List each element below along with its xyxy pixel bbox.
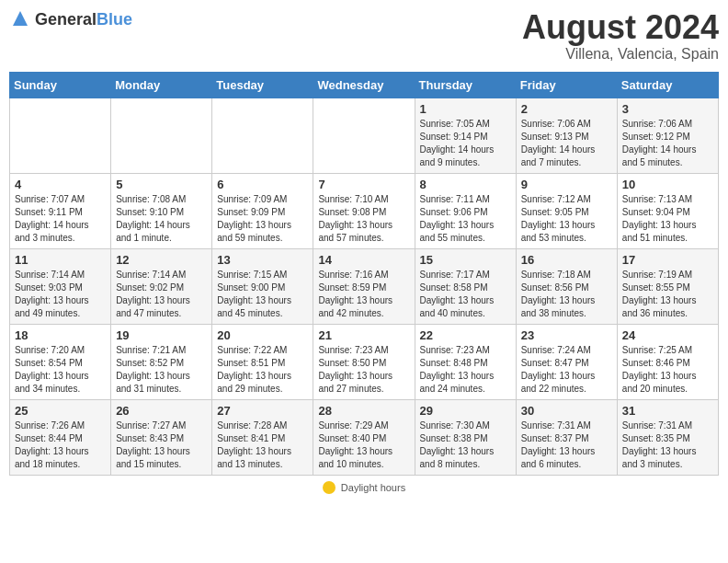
week-row-1: 4Sunrise: 7:07 AM Sunset: 9:11 PM Daylig… [10,173,719,248]
day-number: 31 [622,404,713,418]
day-info: Sunrise: 7:17 AM Sunset: 8:58 PM Dayligh… [420,269,511,320]
day-cell: 2Sunrise: 7:06 AM Sunset: 9:13 PM Daylig… [516,98,617,173]
day-number: 26 [116,404,207,418]
day-cell: 30Sunrise: 7:31 AM Sunset: 8:37 PM Dayli… [516,399,617,475]
day-number: 19 [116,328,207,342]
day-number: 28 [318,404,409,418]
page-header: GeneralBlue August 2024 Villena, Valenci… [9,9,719,63]
day-number: 9 [521,178,612,191]
day-info: Sunrise: 7:18 AM Sunset: 8:56 PM Dayligh… [521,269,612,320]
day-info: Sunrise: 7:23 AM Sunset: 8:50 PM Dayligh… [318,344,409,396]
day-number: 16 [521,253,612,267]
day-info: Sunrise: 7:24 AM Sunset: 8:47 PM Dayligh… [521,344,612,396]
week-row-0: 1Sunrise: 7:05 AM Sunset: 9:14 PM Daylig… [10,98,719,173]
legend-label: Daylight hours [341,482,405,493]
day-cell: 10Sunrise: 7:13 AM Sunset: 9:04 PM Dayli… [617,173,718,248]
day-info: Sunrise: 7:05 AM Sunset: 9:14 PM Dayligh… [420,118,511,169]
day-number: 14 [318,253,409,267]
day-info: Sunrise: 7:07 AM Sunset: 9:11 PM Dayligh… [15,193,106,245]
day-number: 12 [116,253,207,267]
day-header-saturday: Saturday [617,72,718,98]
day-cell: 4Sunrise: 7:07 AM Sunset: 9:11 PM Daylig… [10,173,111,248]
day-info: Sunrise: 7:20 AM Sunset: 8:54 PM Dayligh… [15,344,106,396]
day-cell: 25Sunrise: 7:26 AM Sunset: 8:44 PM Dayli… [10,399,111,475]
day-number: 29 [420,404,511,418]
day-info: Sunrise: 7:28 AM Sunset: 8:41 PM Dayligh… [217,419,308,471]
day-number: 1 [420,102,511,116]
day-info: Sunrise: 7:31 AM Sunset: 8:35 PM Dayligh… [622,419,713,471]
week-row-2: 11Sunrise: 7:14 AM Sunset: 9:03 PM Dayli… [10,248,719,324]
day-number: 5 [116,178,207,191]
day-cell: 9Sunrise: 7:12 AM Sunset: 9:05 PM Daylig… [516,173,617,248]
day-number: 18 [15,328,106,342]
day-info: Sunrise: 7:22 AM Sunset: 8:51 PM Dayligh… [217,344,308,396]
day-number: 17 [622,253,713,267]
day-header-friday: Friday [516,72,617,98]
day-header-sunday: Sunday [10,72,111,98]
day-info: Sunrise: 7:25 AM Sunset: 8:46 PM Dayligh… [622,344,713,396]
day-number: 24 [622,328,713,342]
day-number: 8 [420,178,511,191]
day-cell: 29Sunrise: 7:30 AM Sunset: 8:38 PM Dayli… [415,399,516,475]
day-number: 27 [217,404,308,418]
day-number: 25 [15,404,106,418]
day-cell: 31Sunrise: 7:31 AM Sunset: 8:35 PM Dayli… [617,399,718,475]
day-info: Sunrise: 7:08 AM Sunset: 9:10 PM Dayligh… [116,193,207,245]
day-cell: 13Sunrise: 7:15 AM Sunset: 9:00 PM Dayli… [212,248,313,324]
week-row-3: 18Sunrise: 7:20 AM Sunset: 8:54 PM Dayli… [10,324,719,399]
day-info: Sunrise: 7:16 AM Sunset: 8:59 PM Dayligh… [318,269,409,320]
day-number: 11 [15,253,106,267]
day-cell [212,98,313,173]
logo-icon [9,9,31,31]
day-cell: 7Sunrise: 7:10 AM Sunset: 9:08 PM Daylig… [313,173,415,248]
day-cell: 8Sunrise: 7:11 AM Sunset: 9:06 PM Daylig… [415,173,516,248]
day-info: Sunrise: 7:06 AM Sunset: 9:13 PM Dayligh… [521,118,612,169]
svg-marker-0 [13,11,28,26]
sun-icon [323,481,336,494]
location: Villena, Valencia, Spain [522,46,719,63]
logo: GeneralBlue [9,9,132,31]
day-number: 22 [420,328,511,342]
week-row-4: 25Sunrise: 7:26 AM Sunset: 8:44 PM Dayli… [10,399,719,475]
day-cell: 11Sunrise: 7:14 AM Sunset: 9:03 PM Dayli… [10,248,111,324]
day-cell: 14Sunrise: 7:16 AM Sunset: 8:59 PM Dayli… [313,248,415,324]
day-number: 2 [521,102,612,116]
day-info: Sunrise: 7:06 AM Sunset: 9:12 PM Dayligh… [622,118,713,169]
day-cell: 12Sunrise: 7:14 AM Sunset: 9:02 PM Dayli… [111,248,212,324]
day-info: Sunrise: 7:29 AM Sunset: 8:40 PM Dayligh… [318,419,409,471]
day-cell: 24Sunrise: 7:25 AM Sunset: 8:46 PM Dayli… [617,324,718,399]
day-number: 13 [217,253,308,267]
day-cell [111,98,212,173]
days-header-row: SundayMondayTuesdayWednesdayThursdayFrid… [10,72,719,98]
day-cell: 3Sunrise: 7:06 AM Sunset: 9:12 PM Daylig… [617,98,718,173]
day-info: Sunrise: 7:12 AM Sunset: 9:05 PM Dayligh… [521,193,612,245]
day-info: Sunrise: 7:09 AM Sunset: 9:09 PM Dayligh… [217,193,308,245]
day-info: Sunrise: 7:23 AM Sunset: 8:48 PM Dayligh… [420,344,511,396]
day-cell: 5Sunrise: 7:08 AM Sunset: 9:10 PM Daylig… [111,173,212,248]
day-cell [313,98,415,173]
day-cell: 17Sunrise: 7:19 AM Sunset: 8:55 PM Dayli… [617,248,718,324]
day-cell: 15Sunrise: 7:17 AM Sunset: 8:58 PM Dayli… [415,248,516,324]
day-cell: 6Sunrise: 7:09 AM Sunset: 9:09 PM Daylig… [212,173,313,248]
day-info: Sunrise: 7:10 AM Sunset: 9:08 PM Dayligh… [318,193,409,245]
day-number: 10 [622,178,713,191]
day-info: Sunrise: 7:27 AM Sunset: 8:43 PM Dayligh… [116,419,207,471]
day-cell: 21Sunrise: 7:23 AM Sunset: 8:50 PM Dayli… [313,324,415,399]
day-info: Sunrise: 7:14 AM Sunset: 9:03 PM Dayligh… [15,269,106,320]
day-cell: 28Sunrise: 7:29 AM Sunset: 8:40 PM Dayli… [313,399,415,475]
day-info: Sunrise: 7:21 AM Sunset: 8:52 PM Dayligh… [116,344,207,396]
logo-general: General [35,10,97,29]
day-info: Sunrise: 7:19 AM Sunset: 8:55 PM Dayligh… [622,269,713,320]
day-cell: 22Sunrise: 7:23 AM Sunset: 8:48 PM Dayli… [415,324,516,399]
day-cell: 19Sunrise: 7:21 AM Sunset: 8:52 PM Dayli… [111,324,212,399]
day-cell: 18Sunrise: 7:20 AM Sunset: 8:54 PM Dayli… [10,324,111,399]
day-number: 6 [217,178,308,191]
day-number: 15 [420,253,511,267]
day-cell: 16Sunrise: 7:18 AM Sunset: 8:56 PM Dayli… [516,248,617,324]
day-number: 30 [521,404,612,418]
day-number: 3 [622,102,713,116]
legend: Daylight hours [9,481,719,494]
day-number: 21 [318,328,409,342]
title-block: August 2024 Villena, Valencia, Spain [522,9,719,63]
day-header-thursday: Thursday [415,72,516,98]
